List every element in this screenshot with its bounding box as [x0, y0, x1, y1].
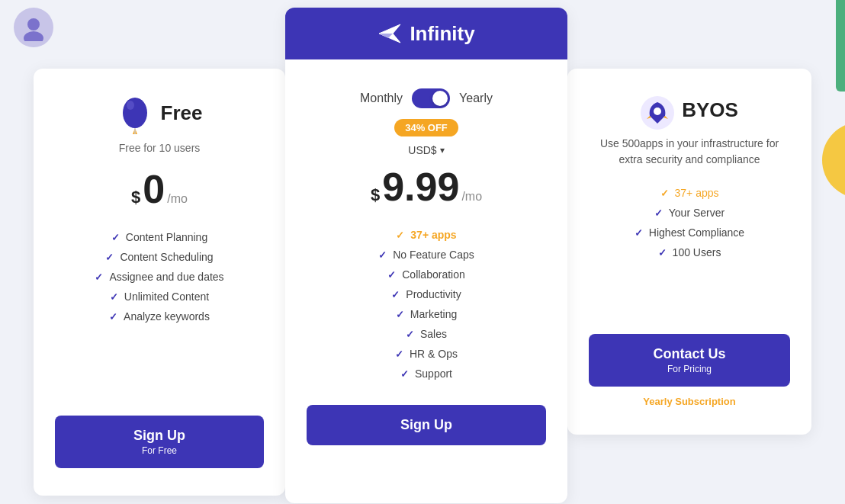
balloon-icon	[117, 96, 153, 136]
free-price-period: /mo	[167, 192, 188, 206]
list-item: ✓Support	[307, 364, 546, 384]
billing-toggle-row: Monthly Yearly	[360, 88, 493, 108]
currency-label: USD$	[408, 144, 436, 156]
feature-label: Unlimited Content	[124, 291, 209, 303]
check-icon: ✓	[95, 271, 103, 283]
feature-label: Your Server	[669, 207, 725, 219]
feature-label: 37+ apps	[675, 187, 719, 199]
list-item: ✓Content Planning	[55, 227, 264, 247]
infinity-body: Monthly Yearly 34% OFF USD$ ▾ $ 9.99 /mo	[307, 88, 546, 445]
list-item: ✓Marketing	[307, 304, 546, 324]
check-icon: ✓	[378, 249, 387, 261]
infinity-feature-list: ✓37+ apps ✓No Feature Caps ✓Collaboratio…	[307, 225, 546, 384]
feature-label: 100 Users	[673, 246, 721, 258]
billing-toggle[interactable]	[412, 88, 450, 108]
list-item: ✓Sales	[307, 324, 546, 344]
feature-label: Content Scheduling	[120, 251, 213, 263]
byos-cta-label: Contact Us	[653, 346, 725, 362]
send-icon	[378, 21, 402, 46]
free-plan-title: Free	[161, 101, 203, 125]
check-icon: ✓	[110, 291, 118, 303]
list-item: ✓Productivity	[307, 284, 546, 304]
check-icon: ✓	[396, 309, 404, 320]
discount-badge: 34% OFF	[394, 119, 458, 136]
list-item: ✓HR & Ops	[307, 344, 546, 364]
svg-point-9	[654, 108, 661, 115]
byos-plan-title: BYOS	[682, 98, 738, 122]
check-icon: ✓	[387, 269, 396, 281]
check-icon: ✓	[406, 329, 414, 340]
currency-selector[interactable]: USD$ ▾	[408, 144, 444, 156]
free-price-amount: 0	[143, 169, 165, 209]
feature-label: 37+ apps	[410, 229, 456, 241]
feature-label: Content Planning	[126, 231, 207, 243]
decorative-yellow-circle	[822, 122, 845, 198]
list-item: ✓Highest Compliance	[589, 223, 790, 242]
feature-label: Support	[415, 368, 452, 380]
free-currency: $	[131, 188, 140, 207]
check-icon: ✓	[109, 311, 117, 323]
yearly-subscription-text: Yearly Subscription	[643, 396, 735, 407]
check-icon: ✓	[396, 230, 404, 241]
svg-point-2	[123, 98, 147, 128]
infinity-plan-card: Infinity Monthly Yearly 34% OFF USD$ ▾ $…	[285, 8, 567, 503]
feature-label: Analyze keywords	[124, 310, 210, 323]
feature-label: Productivity	[406, 288, 461, 300]
infinity-title: Infinity	[410, 22, 474, 46]
free-feature-list: ✓Content Planning ✓Content Scheduling ✓A…	[55, 227, 264, 326]
svg-point-3	[127, 101, 134, 110]
svg-point-1	[24, 31, 43, 41]
list-item: ✓100 Users	[589, 242, 790, 262]
byos-plan-card: BYOS Use 500apps in your infrastructure …	[567, 69, 811, 435]
feature-label: Highest Compliance	[649, 226, 744, 239]
feature-label: Collaboration	[402, 268, 465, 281]
check-icon: ✓	[654, 207, 663, 219]
check-icon: ✓	[635, 227, 643, 239]
infinity-price-amount: 9.99	[382, 167, 459, 207]
check-icon: ✓	[105, 252, 114, 263]
monthly-label: Monthly	[360, 91, 403, 105]
toggle-knob	[432, 91, 448, 106]
free-plan-card: Free Free for 10 users $ 0 /mo ✓Content …	[34, 69, 285, 496]
decorative-green-bar	[836, 0, 845, 91]
list-item: ✓Content Scheduling	[55, 247, 264, 267]
list-item: ✓Assignee and due dates	[55, 267, 264, 287]
list-item: ✓Collaboration	[307, 265, 546, 284]
check-icon: ✓	[391, 289, 400, 300]
list-item: ✓Your Server	[589, 203, 790, 223]
chevron-down-icon: ▾	[440, 145, 445, 156]
list-item: ✓Analyze keywords	[55, 307, 264, 326]
free-plan-subtitle: Free for 10 users	[119, 142, 201, 154]
list-item: ✓No Feature Caps	[307, 245, 546, 265]
feature-label: No Feature Caps	[393, 249, 474, 261]
free-signup-button[interactable]: Sign Up For Free	[55, 416, 264, 468]
byos-feature-list: ✓37+ apps ✓Your Server ✓Highest Complian…	[589, 183, 790, 262]
yearly-label: Yearly	[459, 91, 493, 105]
infinity-signup-button[interactable]: Sign Up	[307, 405, 546, 445]
infinity-currency: $	[371, 185, 380, 205]
list-item: ✓37+ apps	[307, 225, 546, 245]
list-item: ✓37+ apps	[589, 183, 790, 203]
check-icon: ✓	[658, 247, 667, 258]
svg-point-0	[27, 18, 40, 30]
free-signup-sublabel: For Free	[142, 445, 177, 456]
check-icon: ✓	[395, 348, 403, 360]
rocket-icon	[641, 96, 674, 130]
check-icon: ✓	[400, 368, 409, 380]
avatar	[14, 8, 53, 47]
feature-label: Assignee and due dates	[109, 271, 223, 283]
check-icon: ✓	[111, 232, 120, 243]
free-price-row: $ 0 /mo	[131, 169, 188, 209]
feature-label: HR & Ops	[410, 348, 458, 360]
list-item: ✓Unlimited Content	[55, 287, 264, 307]
infinity-price-row: $ 9.99 /mo	[371, 167, 482, 207]
byos-cta-sublabel: For Pricing	[667, 364, 712, 374]
infinity-signup-label: Sign Up	[400, 417, 452, 433]
feature-label: Marketing	[410, 308, 457, 320]
infinity-price-period: /mo	[461, 190, 482, 204]
infinity-header-bar: Infinity	[285, 8, 567, 59]
byos-contact-button[interactable]: Contact Us For Pricing	[589, 334, 790, 387]
check-icon: ✓	[660, 188, 669, 199]
byos-description: Use 500apps in your infrastructure for e…	[589, 136, 790, 168]
feature-label: Sales	[420, 328, 447, 340]
